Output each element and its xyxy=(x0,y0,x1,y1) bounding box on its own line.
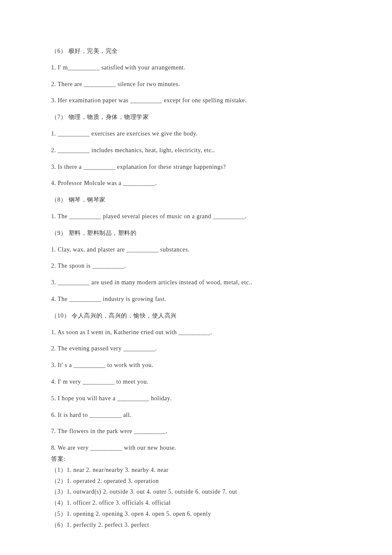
section-heading: （7） 物理，物质，身体，物理学家 xyxy=(51,114,341,121)
section-heading: （8） 钢琴，钢琴家 xyxy=(51,197,341,204)
section-heading: （6） 极好，完美，完全 xyxy=(51,48,341,55)
answer-heading: 答案: xyxy=(51,456,341,463)
section-heading: （10） 令人高兴的，高兴的，愉快，使人高兴 xyxy=(51,312,341,320)
question-line: 2. The evening passed very __________. xyxy=(51,345,341,353)
question-line: 4. The __________ industry is growing fa… xyxy=(51,296,341,303)
question-line: 6. It is hard to __________ all. xyxy=(51,412,341,419)
question-line: 7. The flowers in the park were ________… xyxy=(51,428,341,435)
answer-line: （1）1. near 2. near/nearby 3. nearby 4. n… xyxy=(51,467,341,474)
question-line: 2. __________ includes mechanics, heat, … xyxy=(51,147,341,154)
question-line: 4. Professor Molcule was a __________. xyxy=(51,180,341,187)
question-line: 1. The __________ played several pieces … xyxy=(51,213,341,220)
question-line: 3. It' s a __________ to work with you. xyxy=(51,362,341,369)
answer-line: （5）1. opening 2. opening 3. open 4. open… xyxy=(51,511,341,518)
section-heading: （9） 塑料，塑料制品，塑料的 xyxy=(51,230,341,237)
question-line: 3. __________ are used in many modern ar… xyxy=(51,279,341,286)
question-line: 2. There are __________ silence for two … xyxy=(51,81,341,88)
question-line: 8. We are very __________ with our new h… xyxy=(51,445,341,452)
question-line: 2. The spoon is __________. xyxy=(51,263,341,270)
answer-line: （2）1. operated 2. operated 3. operation xyxy=(51,478,341,485)
question-line: 3. Her examination paper was __________ … xyxy=(51,97,341,104)
question-line: 1. As soon as I went in, Katherine cried… xyxy=(51,329,341,336)
answer-line: （3）1. outward(s) 2. outside 3. out 4. ou… xyxy=(51,489,341,496)
document-page: （6） 极好，完美，完全 1. I' m__________ satisfied… xyxy=(0,0,392,555)
answer-line: （4）1. officer 2. office 3. officials 4. … xyxy=(51,500,341,507)
question-line: 1. __________ exercises are exercises we… xyxy=(51,130,341,138)
question-line: 1. Clay, wax, and plaster are __________… xyxy=(51,246,341,254)
answer-line: （6）1. perfectly 2. perfect 3. perfect xyxy=(51,522,341,529)
question-line: 5. I hope you will have a __________ hol… xyxy=(51,395,341,402)
question-line: 4. I' m very __________ to meet you. xyxy=(51,379,341,386)
question-line: 3. Is there a __________ explanation for… xyxy=(51,164,341,171)
question-line: 1. I' m__________ satisfied with your ar… xyxy=(51,64,341,72)
